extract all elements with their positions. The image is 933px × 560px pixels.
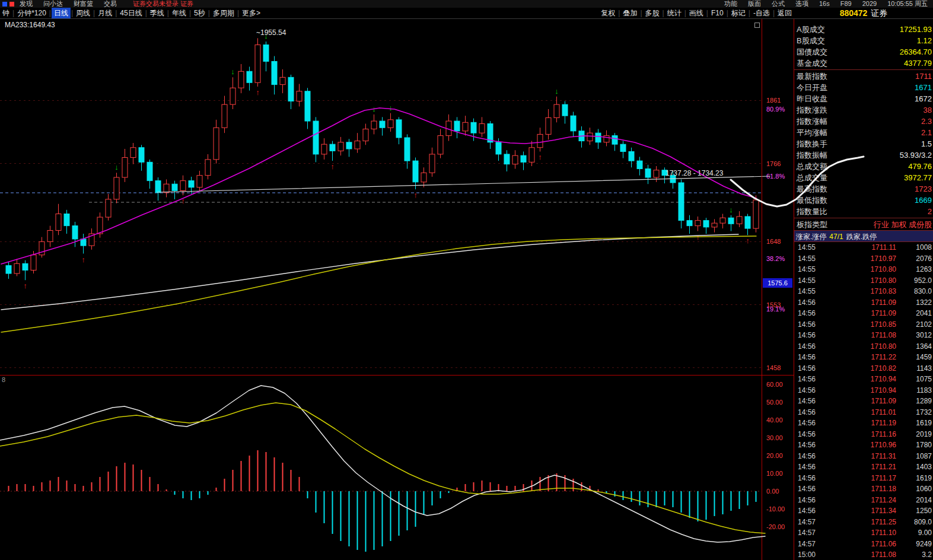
main-chart[interactable]: 1861176616481553145880.9%61.8%38.2%19.1%… xyxy=(0,0,794,560)
topbar-right-group: 功能版面公式选项16sF89202910:05:55 周五 xyxy=(719,0,933,8)
period-button-9[interactable]: 多周期 xyxy=(211,8,237,18)
tick-volume: 2041 xyxy=(905,308,932,319)
panel-divider xyxy=(794,218,933,218)
stock-name: 证券 xyxy=(871,8,887,18)
tick-price: 1710.85 xyxy=(824,319,905,330)
period-button-8[interactable]: 5秒 xyxy=(192,8,208,18)
tick-price: 1710.83 xyxy=(824,286,905,297)
quote-row: 昨日收盘1672 xyxy=(794,93,933,104)
tick-volume: 1459 xyxy=(905,352,932,363)
topbar-item-1[interactable]: 问小达 xyxy=(43,0,63,8)
tick-row: 14:561710.852102 xyxy=(794,319,933,330)
topbar-right-item-0[interactable]: 功能 xyxy=(724,0,737,8)
quote-value: 1723 xyxy=(915,183,932,195)
svg-text:↑: ↑ xyxy=(256,88,260,97)
topbar-right-item-4[interactable]: 16s xyxy=(819,0,830,8)
tick-volume: 1289 xyxy=(905,396,932,407)
toolbar-separator: | xyxy=(663,8,664,18)
tick-time: 14:55 xyxy=(798,253,824,265)
tick-volume: 809.0 xyxy=(905,517,932,528)
svg-text:↑: ↑ xyxy=(81,255,85,264)
topbar-right-item-6[interactable]: 2029 xyxy=(862,0,877,8)
toolbar-separator: | xyxy=(618,8,620,18)
action-button-0[interactable]: 复权 xyxy=(598,8,617,18)
tick-price: 1711.11 xyxy=(824,242,905,253)
quote-value: 1669 xyxy=(915,195,932,206)
tick-price: 1710.80 xyxy=(824,341,905,352)
period-button-10[interactable]: 更多> xyxy=(240,8,263,18)
action-button-1[interactable]: 叠加 xyxy=(620,8,639,18)
tick-list[interactable]: 14:551711.11100814:551710.97207614:55171… xyxy=(794,242,933,560)
tick-volume: 2102 xyxy=(905,319,932,330)
maximize-icon[interactable] xyxy=(754,23,760,28)
tick-time: 14:56 xyxy=(798,505,824,517)
quote-label: 总成交量 xyxy=(797,172,827,183)
quote-label: 指数涨幅 xyxy=(797,116,827,127)
period-button-5[interactable]: 45日线 xyxy=(117,8,144,18)
toolbar-separator: | xyxy=(189,8,191,18)
quote-value: 26364.70 xyxy=(900,46,932,58)
quote-value: 2.3 xyxy=(921,116,932,127)
tick-time: 14:56 xyxy=(798,363,824,374)
quote-value: 2.1 xyxy=(921,127,932,138)
period-button-0[interactable]: 钟 xyxy=(0,8,12,18)
action-button-8[interactable]: 返回 xyxy=(775,8,794,18)
tick-price: 1710.96 xyxy=(824,440,905,451)
toolbar-separator: | xyxy=(167,8,169,18)
tick-price: 1710.94 xyxy=(824,374,905,385)
topbar-right-item-3[interactable]: 选项 xyxy=(795,0,808,8)
action-button-6[interactable]: 标记 xyxy=(729,8,748,18)
period-button-6[interactable]: 季线 xyxy=(148,8,167,18)
period-button-4[interactable]: 月线 xyxy=(95,8,114,18)
tick-price: 1711.21 xyxy=(824,462,905,473)
topbar-item-3[interactable]: 交易 xyxy=(104,0,117,8)
period-button-3[interactable]: 周线 xyxy=(74,8,93,18)
tick-price: 1711.19 xyxy=(824,418,905,429)
tick-row: 14:561711.181060 xyxy=(794,483,933,495)
tick-time: 14:57 xyxy=(798,527,824,539)
tick-row: 14:561711.092041 xyxy=(794,308,933,319)
topbar-item-2[interactable]: 财富篮 xyxy=(74,0,93,8)
board-type-row: 板指类型行业 加权 成份股 xyxy=(794,219,933,230)
tick-volume: 830.0 xyxy=(905,286,932,297)
tick-row: 14:561711.221459 xyxy=(794,352,933,363)
period-button-2[interactable]: 日线 xyxy=(52,8,71,18)
action-button-7[interactable]: -自选 xyxy=(751,8,772,18)
svg-text:↓: ↓ xyxy=(231,67,235,76)
tick-row: 14:561710.961780 xyxy=(794,440,933,451)
trade-login-status[interactable]: 证券交易未登录 证券 xyxy=(133,0,193,8)
quote-row: 基金成交4377.79 xyxy=(794,58,933,69)
stock-code: 880472 xyxy=(840,8,868,18)
topbar-right-item-1[interactable]: 版面 xyxy=(748,0,761,8)
tick-row: 14:561710.941183 xyxy=(794,385,933,396)
tick-time: 14:55 xyxy=(798,275,824,287)
topbar-right-item-5[interactable]: F89 xyxy=(840,0,852,8)
tick-volume: 1322 xyxy=(905,297,932,308)
tick-volume: 1403 xyxy=(905,462,932,473)
topbar-right-item-2[interactable]: 公式 xyxy=(772,0,785,8)
tick-time: 14:56 xyxy=(798,352,824,363)
svg-text:MA233:1649.43: MA233:1649.43 xyxy=(5,21,55,29)
period-button-7[interactable]: 年线 xyxy=(170,8,189,18)
quote-label: 国债成交 xyxy=(797,46,827,58)
period-button-1[interactable]: 分钟*120 xyxy=(15,8,49,18)
toolbar-separator: | xyxy=(237,8,239,18)
action-button-2[interactable]: 多股 xyxy=(643,8,662,18)
quote-label: 总成交额 xyxy=(797,161,827,172)
action-button-4[interactable]: 画线 xyxy=(687,8,706,18)
toolbar-separator: | xyxy=(640,8,642,18)
toolbar-separator: | xyxy=(71,8,73,18)
quote-label: 平均涨幅 xyxy=(797,127,827,138)
tick-time: 14:56 xyxy=(798,374,824,385)
stock-header[interactable]: 880472证券 xyxy=(794,8,933,19)
svg-text:↑: ↑ xyxy=(413,190,418,199)
quote-value: 53.93/3.2 xyxy=(900,149,932,161)
tick-volume: 1060 xyxy=(905,483,932,495)
tick-time: 14:56 xyxy=(798,495,824,506)
action-button-3[interactable]: 统计 xyxy=(665,8,684,18)
topbar-right-item-7[interactable]: 10:05:55 周五 xyxy=(887,0,928,8)
topbar-item-0[interactable]: 发现 xyxy=(20,0,33,8)
quote-value: 1.12 xyxy=(917,35,932,46)
quote-value: 1.5 xyxy=(921,138,932,149)
action-button-5[interactable]: F10 xyxy=(709,8,726,18)
